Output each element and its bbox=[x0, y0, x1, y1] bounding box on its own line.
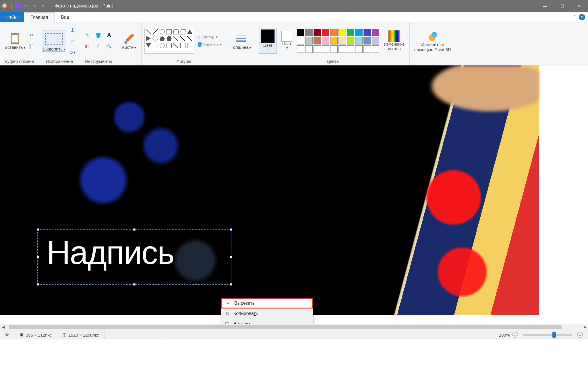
shape-fill-button[interactable]: 🪣Заливка ▾ bbox=[196, 42, 223, 47]
color-swatch[interactable] bbox=[339, 37, 346, 44]
color-swatch[interactable] bbox=[372, 45, 379, 53]
minimize-button[interactable]: — bbox=[536, 0, 554, 12]
zoom-out-button[interactable]: − bbox=[512, 332, 518, 338]
edit-colors-button[interactable]: Изменение цветов bbox=[382, 29, 407, 52]
ctx-copy[interactable]: ⧉Копировать bbox=[221, 308, 313, 319]
selection-handle[interactable] bbox=[230, 283, 232, 286]
color-swatch[interactable] bbox=[322, 45, 329, 53]
rotate-icon[interactable]: ⟳▾ bbox=[68, 48, 77, 57]
zoom-in-button[interactable]: + bbox=[577, 332, 583, 338]
scroll-right-icon[interactable]: ▶ bbox=[582, 325, 588, 329]
svg-point-10 bbox=[432, 32, 437, 38]
selection-text: Надпись bbox=[38, 230, 231, 276]
color-swatch[interactable] bbox=[305, 29, 313, 36]
selection-handle[interactable] bbox=[230, 256, 232, 258]
size-button[interactable]: Толщина bbox=[229, 32, 253, 50]
ctx-cut[interactable]: ✂Вырезать bbox=[221, 298, 313, 308]
color-swatch[interactable] bbox=[305, 37, 313, 44]
collapse-ribbon-icon[interactable]: ˄ bbox=[573, 14, 576, 20]
fill-icon: 🪣 bbox=[197, 42, 202, 47]
color-swatch[interactable] bbox=[322, 37, 329, 44]
selection-handle[interactable] bbox=[133, 283, 136, 286]
color-swatch[interactable] bbox=[339, 45, 346, 53]
zoom-value: 100% bbox=[499, 333, 510, 337]
color-swatch[interactable] bbox=[314, 29, 321, 36]
magnifier-icon[interactable]: 🔍 bbox=[105, 42, 113, 50]
shapes-gallery[interactable] bbox=[144, 28, 194, 54]
color-swatch[interactable] bbox=[347, 29, 354, 36]
tab-view[interactable]: Вид bbox=[55, 12, 76, 22]
select-button[interactable]: Выделить bbox=[42, 30, 66, 52]
selection-size-icon: ▣ bbox=[20, 332, 24, 337]
color-swatch[interactable] bbox=[372, 37, 379, 44]
color-swatch[interactable] bbox=[305, 45, 313, 53]
horizontal-scrollbar[interactable]: ◀ ▶ bbox=[0, 324, 588, 330]
color-swatch[interactable] bbox=[347, 45, 354, 53]
window-title: Фото с надписью.jpg - Paint bbox=[55, 3, 113, 9]
cursor-pos-cell: ✥ bbox=[0, 330, 14, 339]
canvas-area[interactable]: Надпись ✂Вырезать ⧉Копировать 📋Вставить … bbox=[0, 65, 588, 324]
color-swatch[interactable] bbox=[363, 45, 371, 53]
eraser-icon[interactable]: ◧ bbox=[83, 42, 92, 50]
svg-point-5 bbox=[124, 41, 127, 44]
paint3d-button[interactable]: Изменить с помощью Paint 3D bbox=[413, 29, 453, 53]
color-swatch[interactable] bbox=[355, 29, 363, 36]
shape-outline-button[interactable]: ◇Контур ▾ bbox=[196, 34, 223, 40]
color-swatch[interactable] bbox=[339, 29, 346, 36]
tab-file[interactable]: Файл bbox=[0, 12, 24, 22]
zoom-slider[interactable] bbox=[523, 334, 572, 336]
resize-icon[interactable]: ⤢ bbox=[68, 36, 77, 45]
selection-handle[interactable] bbox=[37, 228, 39, 231]
color-swatch[interactable] bbox=[314, 37, 321, 44]
color-swatch[interactable] bbox=[330, 45, 338, 53]
group-shapes-label: Фигуры bbox=[176, 58, 191, 65]
selection-handle[interactable] bbox=[37, 283, 39, 286]
selection-handle[interactable] bbox=[230, 228, 232, 231]
color-swatch[interactable] bbox=[330, 29, 338, 36]
color-swatch[interactable] bbox=[330, 37, 338, 44]
group-shapes: ◇Контур ▾ 🪣Заливка ▾ Фигуры bbox=[142, 22, 226, 65]
copy-icon[interactable] bbox=[27, 42, 36, 51]
color-swatch[interactable] bbox=[347, 37, 354, 44]
zoom-slider-thumb[interactable] bbox=[552, 332, 556, 338]
paste-button[interactable]: Вставить bbox=[3, 32, 27, 50]
maximize-button[interactable]: ☐ bbox=[554, 0, 571, 12]
color-swatch[interactable] bbox=[363, 29, 371, 36]
undo-icon[interactable]: ↶ bbox=[22, 2, 30, 10]
outline-icon: ◇ bbox=[197, 35, 200, 39]
edit-colors-icon bbox=[388, 30, 400, 42]
qat-customize-icon[interactable]: ▾ bbox=[39, 2, 47, 10]
brush-icon bbox=[123, 32, 136, 45]
close-button[interactable]: ✕ bbox=[571, 0, 588, 12]
color-swatch[interactable] bbox=[297, 29, 304, 36]
color2-button[interactable]: Цвет 2 bbox=[280, 30, 294, 52]
brushes-button[interactable]: Кисти bbox=[120, 32, 138, 50]
color-swatch[interactable] bbox=[355, 37, 363, 44]
help-icon[interactable]: ? bbox=[579, 14, 585, 20]
scroll-thumb[interactable] bbox=[9, 325, 562, 329]
group-colors-label: Цвета bbox=[327, 58, 339, 65]
crop-icon[interactable]: ◫ bbox=[68, 25, 77, 34]
selection-box[interactable]: Надпись bbox=[37, 229, 231, 285]
color-swatch[interactable] bbox=[355, 45, 363, 53]
cut-icon[interactable]: ✂ bbox=[27, 31, 36, 39]
color-swatch[interactable] bbox=[372, 29, 379, 36]
redo-icon[interactable]: ↷ bbox=[31, 2, 38, 10]
color1-button[interactable]: Цвет 1 bbox=[259, 28, 277, 54]
selection-handle[interactable] bbox=[133, 228, 136, 231]
group-colors: Цвет 1 Цвет 2 Изменение цветов Цвета bbox=[256, 22, 410, 65]
color-swatch[interactable] bbox=[297, 37, 304, 44]
pencil-icon[interactable]: ✎ bbox=[83, 31, 92, 39]
scroll-left-icon[interactable]: ◀ bbox=[0, 325, 6, 329]
text-icon[interactable]: A bbox=[105, 31, 113, 39]
selection-handle[interactable] bbox=[37, 256, 39, 258]
color-swatch[interactable] bbox=[297, 45, 304, 53]
bucket-icon[interactable]: 🪣 bbox=[94, 31, 102, 39]
eyedropper-icon[interactable]: ⁄ bbox=[94, 42, 102, 50]
ctx-paste[interactable]: 📋Вставить bbox=[221, 319, 313, 324]
tab-home[interactable]: Главная bbox=[24, 12, 55, 22]
color-swatch[interactable] bbox=[314, 45, 321, 53]
color-swatch[interactable] bbox=[363, 37, 371, 44]
save-icon[interactable] bbox=[15, 3, 21, 9]
color-swatch[interactable] bbox=[322, 29, 329, 36]
